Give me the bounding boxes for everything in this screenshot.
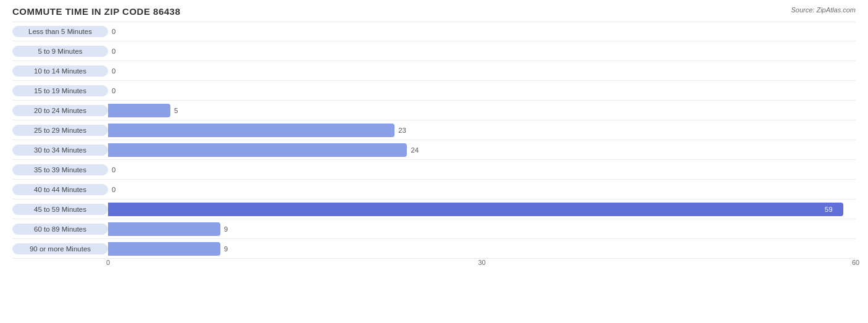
table-row: 30 to 34 Minutes24 [12, 140, 856, 160]
bar-fill [108, 124, 394, 137]
chart-source: Source: ZipAtlas.com [791, 6, 856, 14]
bar-track: 0 [108, 180, 856, 199]
bar-label: 45 to 59 Minutes [12, 204, 108, 215]
bar-fill [108, 222, 220, 236]
bar-value: 0 [112, 186, 115, 193]
bar-value: 23 [398, 127, 406, 134]
x-tick-label: 30 [478, 259, 485, 266]
bar-track: 0 [108, 61, 856, 80]
table-row: Less than 5 Minutes0 [12, 22, 856, 41]
bar-label: 35 to 39 Minutes [12, 164, 108, 175]
bar-value: 24 [411, 146, 419, 154]
table-row: 35 to 39 Minutes0 [12, 160, 856, 180]
bar-value: 9 [224, 245, 228, 253]
bar-fill [108, 242, 220, 256]
chart-container: COMMUTE TIME IN ZIP CODE 86438 Source: Z… [0, 0, 868, 323]
bar-label: 15 to 19 Minutes [12, 85, 108, 96]
table-row: 45 to 59 Minutes59 [12, 199, 856, 219]
chart-title: COMMUTE TIME IN ZIP CODE 86438 [12, 6, 856, 17]
table-row: 10 to 14 Minutes0 [12, 61, 856, 81]
bar-label: 40 to 44 Minutes [12, 184, 108, 195]
bar-track: 0 [108, 41, 856, 61]
bar-track: 9 [108, 239, 856, 258]
bar-track: 0 [108, 22, 856, 41]
bar-label: 25 to 29 Minutes [12, 125, 108, 136]
bar-fill [108, 203, 843, 216]
bar-value: 5 [174, 107, 178, 114]
x-tick-label: 60 [852, 259, 859, 266]
table-row: 20 to 24 Minutes5 [12, 101, 856, 120]
bar-value: 0 [112, 67, 115, 75]
bar-track: 23 [108, 120, 856, 140]
bar-label: 10 to 14 Minutes [12, 65, 108, 77]
table-row: 90 or more Minutes9 [12, 239, 856, 259]
chart-area: Less than 5 Minutes05 to 9 Minutes010 to… [12, 22, 856, 259]
bar-track: 0 [108, 81, 856, 100]
bar-fill [108, 104, 170, 117]
bar-value: 59 [825, 206, 833, 213]
table-row: 40 to 44 Minutes0 [12, 180, 856, 199]
bar-track: 59 [108, 199, 856, 219]
x-tick-label: 0 [106, 259, 110, 266]
bar-track: 0 [108, 160, 856, 179]
table-row: 5 to 9 Minutes0 [12, 41, 856, 61]
bar-value: 0 [112, 48, 115, 55]
bar-label: 90 or more Minutes [12, 243, 108, 254]
table-row: 15 to 19 Minutes0 [12, 81, 856, 101]
bar-label: 30 to 34 Minutes [12, 145, 108, 156]
bar-value: 0 [112, 166, 115, 174]
table-row: 60 to 89 Minutes9 [12, 219, 856, 239]
bar-label: 60 to 89 Minutes [12, 224, 108, 235]
bar-track: 9 [108, 219, 856, 238]
bar-value: 0 [112, 28, 115, 35]
table-row: 25 to 29 Minutes23 [12, 120, 856, 140]
bar-label: 5 to 9 Minutes [12, 46, 108, 57]
bar-track: 5 [108, 101, 856, 120]
bar-value: 9 [224, 225, 228, 233]
bar-fill [108, 143, 407, 157]
x-axis: 03060 [108, 259, 856, 271]
bar-track: 24 [108, 140, 856, 159]
bar-label: Less than 5 Minutes [12, 26, 108, 37]
bar-label: 20 to 24 Minutes [12, 105, 108, 116]
bar-value: 0 [112, 87, 115, 94]
